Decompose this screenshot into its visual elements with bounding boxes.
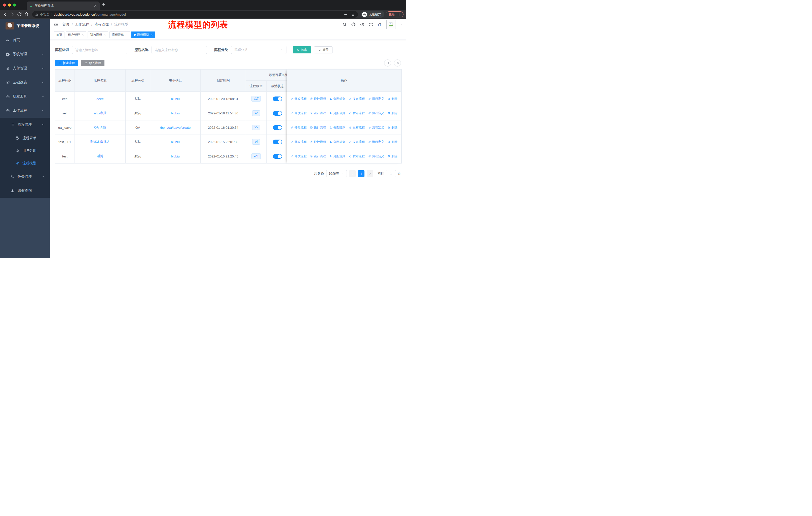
breadcrumb-item-工作流程[interactable]: 工作流程	[75, 22, 89, 27]
tab-close-icon[interactable]	[150, 33, 153, 36]
op-设计流程-link[interactable]: 设计流程	[310, 111, 326, 115]
form-info-link[interactable]: biubiu	[171, 111, 180, 115]
close-window-button[interactable]	[3, 3, 6, 6]
category-select[interactable]: 流程分类	[231, 46, 286, 54]
forward-button[interactable]	[9, 11, 15, 17]
user-menu-caret-icon[interactable]	[400, 23, 403, 26]
browser-menu-dots-icon[interactable]	[398, 13, 401, 16]
tab-close-icon[interactable]	[94, 4, 97, 7]
active-status-toggle[interactable]	[273, 125, 282, 130]
op-删除-link[interactable]: 删除	[387, 140, 398, 144]
op-删除-link[interactable]: 删除	[387, 97, 398, 101]
new-tab-button[interactable]	[102, 2, 108, 9]
sidebar-item-流程模型[interactable]: 流程模型	[0, 157, 50, 169]
sidebar-item-支付管理[interactable]: 支付管理	[0, 61, 50, 75]
create-process-button[interactable]: 新建流程	[55, 60, 78, 66]
op-设计流程-link[interactable]: 设计流程	[310, 154, 326, 159]
home-button[interactable]	[24, 11, 29, 17]
sidebar-logo-row[interactable]: 芋道管理系统	[0, 19, 50, 33]
security-chip[interactable]: 不安全	[35, 12, 50, 17]
op-修改流程-link[interactable]: 修改流程	[290, 154, 307, 159]
op-流程定义-link[interactable]: 流程定义	[368, 154, 384, 159]
process-name-link[interactable]: 测试多审批人	[90, 140, 110, 144]
op-流程定义-link[interactable]: 流程定义	[368, 126, 384, 130]
op-分配规则-link[interactable]: 分配规则	[329, 97, 345, 101]
op-修改流程-link[interactable]: 修改流程	[290, 126, 307, 130]
tag-view-tab-流程表单[interactable]: 流程表单	[110, 31, 130, 38]
sidebar-item-流程表单[interactable]: 流程表单	[0, 132, 50, 144]
process-name-link[interactable]: eeee	[96, 97, 104, 101]
tab-close-icon[interactable]	[125, 33, 128, 36]
op-发布流程-link[interactable]: 发布流程	[349, 111, 365, 115]
tag-view-tab-首页[interactable]: 首页	[54, 31, 64, 38]
op-删除-link[interactable]: 删除	[387, 111, 398, 115]
maximize-window-button[interactable]	[13, 3, 16, 6]
tag-view-tab-流程模型[interactable]: 流程模型	[132, 31, 155, 38]
import-process-button[interactable]: 导入流程	[81, 60, 105, 66]
sidebar-item-系统管理[interactable]: 系统管理	[0, 47, 50, 61]
op-流程定义-link[interactable]: 流程定义	[368, 140, 384, 144]
password-key-icon[interactable]	[344, 12, 348, 17]
next-page-button[interactable]	[367, 170, 373, 177]
sidebar-item-工作流程[interactable]: 工作流程	[0, 104, 50, 118]
search-button[interactable]: 搜索	[293, 46, 311, 53]
toggle-search-button[interactable]	[384, 59, 391, 66]
op-修改流程-link[interactable]: 修改流程	[290, 140, 307, 144]
github-icon[interactable]	[351, 22, 356, 27]
sidebar-fold-icon[interactable]	[53, 22, 58, 27]
op-删除-link[interactable]: 删除	[387, 154, 398, 159]
op-发布流程-link[interactable]: 发布流程	[349, 154, 365, 159]
op-设计流程-link[interactable]: 设计流程	[310, 140, 326, 144]
tab-close-icon[interactable]	[103, 33, 106, 36]
breadcrumb-item-首页[interactable]: 首页	[62, 22, 69, 27]
user-avatar[interactable]	[386, 20, 396, 29]
op-分配规则-link[interactable]: 分配规则	[329, 154, 345, 159]
op-修改流程-link[interactable]: 修改流程	[290, 97, 307, 101]
process-key-input[interactable]	[72, 46, 127, 54]
active-status-toggle[interactable]	[273, 111, 282, 116]
form-info-link[interactable]: biubiu	[171, 97, 180, 101]
op-设计流程-link[interactable]: 设计流程	[310, 126, 326, 130]
tag-view-tab-我的流程[interactable]: 我的流程	[88, 31, 108, 38]
sidebar-item-基础设施[interactable]: 基础设施	[0, 75, 50, 89]
page-number-button[interactable]: 1	[358, 170, 365, 177]
op-分配规则-link[interactable]: 分配规则	[329, 126, 345, 130]
form-info-link[interactable]: biubiu	[171, 140, 180, 144]
sidebar-item-研发工具[interactable]: 研发工具	[0, 89, 50, 104]
prev-page-button[interactable]	[349, 170, 356, 177]
process-name-link[interactable]: 自己审批	[94, 111, 107, 115]
help-icon[interactable]	[360, 22, 365, 27]
reload-button[interactable]	[17, 11, 22, 17]
process-name-input[interactable]	[151, 46, 207, 54]
minimize-window-button[interactable]	[8, 3, 11, 6]
font-size-icon[interactable]: TT	[378, 22, 382, 27]
tab-close-icon[interactable]	[81, 33, 84, 36]
fullscreen-icon[interactable]	[369, 22, 373, 27]
form-info-link[interactable]: /bpm/oa/leave/create	[160, 126, 191, 130]
op-流程定义-link[interactable]: 流程定义	[368, 97, 384, 101]
address-bar[interactable]: 不安全 dashboard.yudao.iocoder.cn/bpm/manag…	[32, 11, 358, 18]
process-name-link[interactable]: 滔博	[97, 154, 104, 158]
op-发布流程-link[interactable]: 发布流程	[349, 126, 365, 130]
sidebar-item-流程管理[interactable]: 流程管理	[0, 118, 50, 132]
active-status-toggle[interactable]	[273, 140, 282, 144]
op-删除-link[interactable]: 删除	[387, 126, 398, 130]
reset-button[interactable]: 重置	[314, 46, 332, 53]
op-设计流程-link[interactable]: 设计流程	[310, 97, 326, 101]
tag-view-tab-租户管理[interactable]: 租户管理	[66, 31, 86, 38]
goto-page-input[interactable]	[386, 170, 396, 177]
sidebar-item-用户分组[interactable]: 用户分组	[0, 144, 50, 157]
op-流程定义-link[interactable]: 流程定义	[368, 111, 384, 115]
op-发布流程-link[interactable]: 发布流程	[349, 97, 365, 101]
bookmark-star-icon[interactable]	[351, 12, 355, 17]
op-发布流程-link[interactable]: 发布流程	[349, 140, 365, 144]
sidebar-item-请假查询[interactable]: 请假查询	[0, 184, 50, 198]
active-status-toggle[interactable]	[273, 154, 282, 159]
op-修改流程-link[interactable]: 修改流程	[290, 111, 307, 115]
back-button[interactable]	[2, 11, 8, 17]
sidebar-item-任务管理[interactable]: 任务管理	[0, 169, 50, 184]
refresh-table-button[interactable]	[394, 59, 401, 66]
op-分配规则-link[interactable]: 分配规则	[329, 140, 345, 144]
browser-tab[interactable]: 芋道管理系统	[27, 1, 100, 10]
op-分配规则-link[interactable]: 分配规则	[329, 111, 345, 115]
